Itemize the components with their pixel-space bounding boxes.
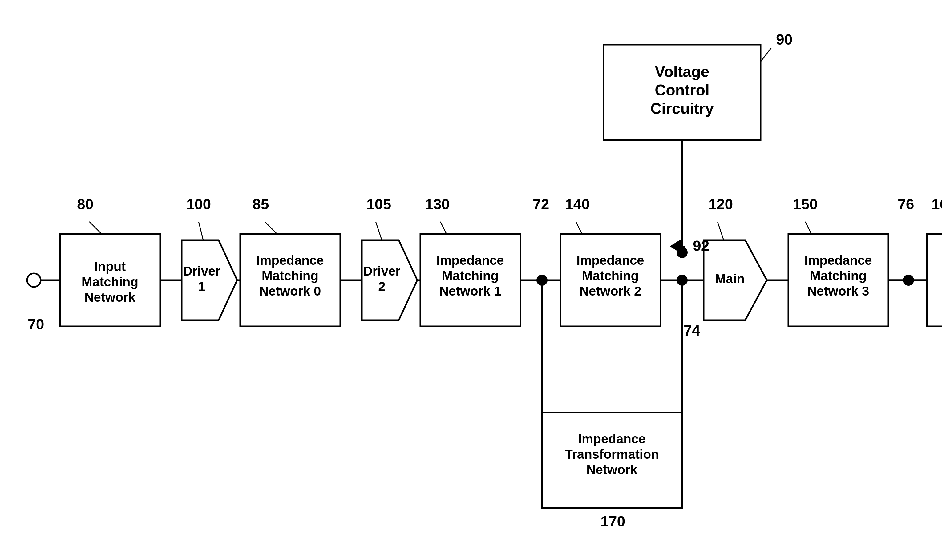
svg-text:Impedance: Impedance xyxy=(436,253,504,268)
svg-text:Network 3: Network 3 xyxy=(807,284,869,298)
svg-text:1: 1 xyxy=(198,279,205,294)
svg-text:Impedance: Impedance xyxy=(256,253,324,268)
svg-text:Network 2: Network 2 xyxy=(580,284,642,298)
label-90: 90 xyxy=(776,31,792,48)
svg-text:Matching: Matching xyxy=(262,268,319,283)
svg-text:Voltage: Voltage xyxy=(655,63,710,80)
label-170: 170 xyxy=(600,513,625,529)
label-92: 92 xyxy=(693,238,709,254)
label-140: 140 xyxy=(565,196,590,212)
svg-text:Matching: Matching xyxy=(582,268,639,283)
svg-text:Circuitry: Circuitry xyxy=(650,100,714,117)
svg-text:Transformation: Transformation xyxy=(565,447,659,462)
label-74: 74 xyxy=(683,322,700,338)
svg-text:2: 2 xyxy=(378,279,385,294)
svg-text:Driver: Driver xyxy=(183,264,220,278)
svg-text:Main: Main xyxy=(715,272,745,286)
label-130: 130 xyxy=(425,196,449,212)
imn4-block xyxy=(927,234,942,326)
svg-text:Network: Network xyxy=(586,462,637,477)
svg-text:Driver: Driver xyxy=(363,264,400,278)
label-120: 120 xyxy=(708,196,733,212)
label-76: 76 xyxy=(898,196,914,212)
junction-72 xyxy=(536,275,548,286)
svg-text:Matching: Matching xyxy=(82,275,138,289)
label-150: 150 xyxy=(793,196,817,212)
svg-text:Control: Control xyxy=(655,82,710,99)
svg-text:Network 0: Network 0 xyxy=(259,284,321,298)
label-70: 70 xyxy=(28,316,44,332)
svg-text:Matching: Matching xyxy=(810,268,867,283)
svg-text:Impedance: Impedance xyxy=(804,253,872,268)
label-85: 85 xyxy=(252,196,269,212)
junction-74 xyxy=(677,275,688,286)
svg-text:Network: Network xyxy=(85,290,135,305)
svg-text:Impedance: Impedance xyxy=(576,253,644,268)
input-matching-network-label: Input xyxy=(94,259,126,274)
svg-text:Impedance: Impedance xyxy=(578,432,645,446)
input-node xyxy=(27,273,41,287)
label-160: 160 xyxy=(931,196,942,212)
junction-92 xyxy=(677,247,688,258)
label-72: 72 xyxy=(533,196,549,212)
label-105: 105 xyxy=(366,196,391,212)
label-100: 100 xyxy=(186,196,211,212)
svg-text:Matching: Matching xyxy=(442,268,499,283)
svg-text:Network 1: Network 1 xyxy=(439,284,501,298)
label-80: 80 xyxy=(77,196,93,212)
